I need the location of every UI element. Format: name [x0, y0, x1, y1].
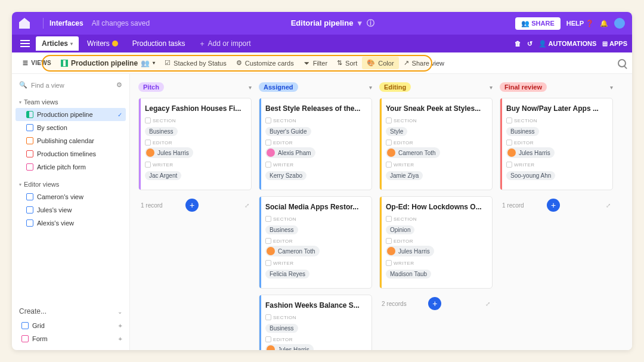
kanban-board: Pitch▾Legacy Fashion Houses Fi...SECTION…: [130, 74, 632, 350]
column-menu[interactable]: ▾: [490, 84, 493, 91]
menu-icon[interactable]: [20, 40, 30, 47]
field-label-writer: WRITER: [386, 162, 486, 168]
field-label-section: SECTION: [265, 117, 366, 123]
sidebar-item[interactable]: Production timelines: [16, 147, 126, 160]
filter-button[interactable]: ⏷Filter: [299, 57, 332, 69]
sidebar-item[interactable]: Cameron's view: [16, 190, 126, 203]
expand-icon[interactable]: ⤢: [244, 202, 249, 209]
kanban-card[interactable]: Best Style Releases of the...SECTIONBuye…: [259, 98, 372, 190]
field-label-editor: EDITOR: [265, 336, 366, 342]
writer-tag: Jac Argent: [145, 171, 181, 180]
card-title: Legacy Fashion Houses Fi...: [145, 104, 245, 113]
help-button[interactable]: HELP ❓: [566, 20, 594, 27]
customize-button[interactable]: ⚙Customize cards: [231, 57, 299, 69]
form-icon: [21, 335, 29, 342]
column-menu[interactable]: ▾: [369, 84, 372, 91]
base-title[interactable]: Editorial pipeline ▾ ⓘ: [150, 18, 515, 29]
avatar-icon: [267, 247, 275, 255]
sidebar-group-header[interactable]: Team views: [16, 96, 126, 108]
add-record-button[interactable]: +: [185, 199, 199, 212]
tab-writers[interactable]: Writers: [81, 36, 124, 51]
tab-production[interactable]: Production tasks: [126, 36, 191, 51]
plus-icon: +: [119, 322, 122, 329]
find-view-input[interactable]: 🔍 Find a view ⚙: [16, 79, 126, 91]
kanban-icon: [26, 111, 33, 118]
sidebar-item[interactable]: By section: [16, 121, 126, 134]
grid-icon: [26, 206, 33, 214]
card-title: Your Sneak Peek at Styles...: [386, 104, 486, 113]
info-icon: ⓘ: [367, 18, 374, 27]
sidebar-item[interactable]: Alexis's view: [16, 216, 126, 230]
kanban-card[interactable]: Fashion Weeks Balance S...SECTIONBusines…: [259, 295, 372, 350]
avatar-icon: [387, 247, 395, 255]
expand-icon[interactable]: ⤢: [606, 202, 611, 209]
chevron-down-icon: ▾: [153, 60, 155, 66]
create-section: Create...⌄ Grid+Form+: [16, 299, 126, 345]
column-footer: 2 records+⤢: [379, 295, 493, 313]
views-button[interactable]: ☰VIEWS: [18, 57, 56, 69]
share-view-button[interactable]: ↗Share view: [399, 57, 449, 69]
field-label-editor: EDITOR: [265, 140, 366, 146]
sort-button[interactable]: ⇅Sort: [332, 57, 362, 69]
kanban-icon: [61, 60, 68, 67]
tabbar: Articles▾ Writers Production tasks ＋Add …: [12, 35, 632, 52]
save-status: All changes saved: [92, 19, 150, 27]
help-icon: ❓: [586, 20, 594, 27]
gear-icon: ⚙: [236, 59, 242, 67]
kanban-card[interactable]: Buy Now/Pay Later Apps ...SECTIONBusines…: [500, 98, 613, 190]
chevron-down-icon: ▾: [358, 18, 362, 27]
sidebar-item[interactable]: Publishing calendar: [16, 134, 126, 147]
tab-articles[interactable]: Articles▾: [36, 36, 79, 51]
add-table-button[interactable]: ＋Add or import: [199, 39, 251, 49]
field-label-section: SECTION: [506, 117, 606, 123]
avatar-icon: [146, 148, 154, 157]
card-title: Social Media Apps Restor...: [265, 203, 366, 211]
sidebar-item[interactable]: Article pitch form: [16, 160, 126, 174]
section-tag: Business: [145, 127, 178, 136]
add-record-button[interactable]: +: [428, 297, 441, 310]
create-item[interactable]: Form+: [16, 332, 126, 345]
gantt-icon: [26, 150, 33, 157]
view-name[interactable]: Production pipeline👥▾: [56, 57, 160, 70]
interfaces-link[interactable]: Interfaces: [49, 19, 83, 27]
column-menu[interactable]: ▾: [610, 84, 613, 91]
kanban-card[interactable]: Your Sneak Peek at Styles...SECTIONStyle…: [379, 98, 493, 190]
kanban-card[interactable]: Legacy Fashion Houses Fi...SECTIONBusine…: [138, 98, 252, 190]
sidebar-item-label: Article pitch form: [37, 163, 86, 171]
kanban-card[interactable]: Op-Ed: How Lockdowns O...SECTIONOpinionE…: [379, 196, 493, 289]
card-title: Best Style Releases of the...: [265, 104, 366, 113]
avatar-icon: [267, 148, 275, 157]
field-label-writer: WRITER: [265, 260, 366, 266]
sidebar-item[interactable]: Jules's view: [16, 203, 126, 216]
bell-icon[interactable]: 🔔: [600, 20, 608, 27]
trash-icon[interactable]: 🗑: [515, 40, 521, 47]
field-label-section: SECTION: [145, 117, 245, 123]
sidebar-group-header[interactable]: Editor views: [16, 178, 126, 190]
stacked-button[interactable]: ☑Stacked by Status: [160, 57, 231, 69]
field-label-section: SECTION: [265, 314, 366, 320]
expand-icon[interactable]: ⤢: [485, 301, 490, 307]
create-item[interactable]: Grid+: [16, 319, 126, 332]
color-button[interactable]: 🎨Color: [362, 57, 398, 69]
avatar[interactable]: [614, 18, 625, 29]
column-menu[interactable]: ▾: [249, 84, 252, 91]
apps-button[interactable]: ⊞ APPS: [602, 40, 627, 48]
grid-icon: [26, 193, 33, 200]
add-record-button[interactable]: +: [547, 199, 560, 212]
field-label-editor: EDITOR: [386, 238, 486, 244]
gear-icon[interactable]: ⚙: [116, 81, 122, 89]
history-icon[interactable]: ↺: [527, 40, 532, 48]
automations-button[interactable]: 👤 AUTOMATIONS: [538, 40, 597, 48]
kanban-card[interactable]: Social Media Apps Restor...SECTIONBusine…: [259, 196, 372, 289]
kanban-column: Assigned▾Best Style Releases of the...SE…: [259, 82, 372, 342]
writer-tag: Madison Taub: [386, 270, 431, 279]
warning-icon: [112, 41, 118, 47]
create-toggle[interactable]: Create...⌄: [16, 304, 126, 319]
grid-icon: [26, 219, 33, 227]
column-badge: Editing: [379, 82, 411, 92]
topbar: Interfaces All changes saved Editorial p…: [12, 12, 632, 35]
sidebar-item[interactable]: Production pipeline✓: [16, 108, 126, 121]
search-icon[interactable]: [618, 59, 626, 67]
share-button[interactable]: 👥 SHARE: [515, 17, 561, 30]
share-label: SHARE: [531, 20, 555, 27]
